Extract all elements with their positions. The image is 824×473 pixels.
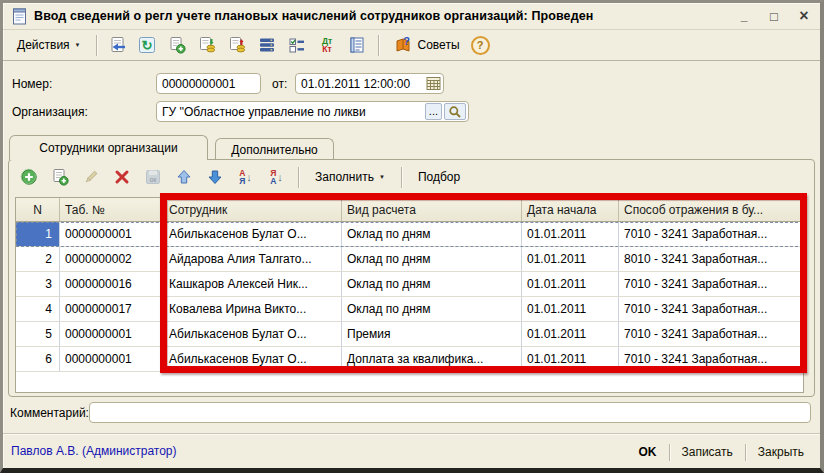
highlight-annotation xyxy=(160,193,807,373)
refresh-icon[interactable]: ↻ xyxy=(134,33,161,58)
toolbar-separator xyxy=(401,167,402,188)
sort-descending-icon[interactable]: Я А ↓ xyxy=(263,165,290,190)
pick-button[interactable]: Подбор xyxy=(410,166,468,188)
tab-additional[interactable]: Дополнительно xyxy=(215,138,334,160)
tab-additional-label: Дополнительно xyxy=(231,143,317,157)
svg-text:ок: ок xyxy=(149,176,157,183)
maximize-icon[interactable]: □ xyxy=(767,9,781,24)
toolbar-separator xyxy=(378,35,379,56)
table-cell[interactable]: 1 xyxy=(16,222,60,247)
table-cell[interactable]: 3 xyxy=(16,272,60,297)
copy-new-document-icon[interactable] xyxy=(164,33,191,58)
table-cell[interactable]: 5 xyxy=(16,322,60,347)
sort-letter-bottom: Я xyxy=(239,177,245,186)
sort-arrow: ↓ xyxy=(246,172,252,183)
org-search-icon[interactable] xyxy=(444,103,466,120)
settings-checkbox-icon[interactable] xyxy=(284,33,311,58)
move-down-icon[interactable] xyxy=(201,165,228,190)
date-value: 01.01.2011 12:00:00 xyxy=(301,77,426,91)
svg-text:?: ? xyxy=(403,36,410,47)
date-from-label: от: xyxy=(272,77,287,91)
fill-label: Заполнить xyxy=(315,170,374,184)
table-toolbar: ок А Я ↓ Я xyxy=(15,163,468,191)
delete-row-icon[interactable] xyxy=(108,165,135,190)
chevron-down-icon: ▼ xyxy=(379,174,385,180)
tips-label: Советы xyxy=(418,38,460,52)
tab-employees-label: Сотрудники организации xyxy=(39,141,177,155)
organization-label: Организация: xyxy=(12,105,88,119)
user-status: Павлов А.В. (Администратор) xyxy=(11,444,177,458)
move-up-icon[interactable] xyxy=(170,165,197,190)
number-label: Номер: xyxy=(12,77,52,91)
ok-button[interactable]: OK xyxy=(629,442,667,462)
sort-letter-bottom: А xyxy=(270,177,276,186)
footer-separator xyxy=(669,444,670,461)
window: Ввод сведений о регл учете плановых начи… xyxy=(0,0,824,473)
copy-row-icon[interactable] xyxy=(46,165,73,190)
pick-label: Подбор xyxy=(418,170,460,184)
title-bar: Ввод сведений о регл учете плановых начи… xyxy=(3,3,820,29)
footer-buttons: OK Записать Закрыть xyxy=(629,440,815,464)
help-icon[interactable]: ? xyxy=(471,36,490,55)
table-cell[interactable]: 0000000001 xyxy=(60,322,164,347)
column-header: Таб. № xyxy=(60,198,164,221)
window-title: Ввод сведений о регл учете плановых начи… xyxy=(34,9,593,23)
sort-arrow: ↓ xyxy=(277,172,283,183)
chevron-down-icon: ▼ xyxy=(75,42,81,48)
table-cell[interactable]: 2 xyxy=(16,247,60,272)
document-structure-icon[interactable] xyxy=(254,33,281,58)
org-ellipsis-button[interactable]: ... xyxy=(425,103,442,120)
toolbar-separator xyxy=(298,167,299,188)
close-button[interactable]: Закрыть xyxy=(748,442,814,462)
toolbar-separator xyxy=(96,35,97,56)
table-cell[interactable]: 0000000001 xyxy=(60,347,164,372)
dt-kt-postings-icon[interactable]: Дт Кт xyxy=(314,33,341,58)
tips-button[interactable]: ? Советы xyxy=(386,32,468,58)
column-header: N xyxy=(16,198,60,221)
number-input[interactable]: 00000000001 xyxy=(156,73,261,94)
comment-input[interactable] xyxy=(89,402,811,423)
tab-employees[interactable]: Сотрудники организации xyxy=(9,135,208,160)
add-row-icon[interactable] xyxy=(15,165,42,190)
date-input[interactable]: 01.01.2011 12:00:00 xyxy=(295,73,444,94)
calendar-icon[interactable] xyxy=(426,76,441,91)
main-toolbar: Действия ▼ ↻ xyxy=(3,29,820,61)
kt-label: Кт xyxy=(322,45,331,54)
write-button[interactable]: Записать xyxy=(672,442,743,462)
table-cell[interactable]: 0000000016 xyxy=(60,272,164,297)
footer-divider xyxy=(3,433,820,434)
organization-input[interactable]: ГУ ''Областное управление по ликви ... xyxy=(156,101,469,122)
fill-button[interactable]: Заполнить ▼ xyxy=(307,166,393,188)
table-cell[interactable]: 4 xyxy=(16,297,60,322)
table-cell[interactable]: 0000000001 xyxy=(60,222,164,247)
close-icon[interactable]: × xyxy=(797,11,811,21)
post-document-icon[interactable] xyxy=(194,33,221,58)
table-cell[interactable]: 0000000017 xyxy=(60,297,164,322)
organization-value: ГУ ''Областное управление по ликви xyxy=(162,105,423,119)
end-edit-icon[interactable]: ок xyxy=(139,165,166,190)
edit-row-icon[interactable] xyxy=(77,165,104,190)
table-cell[interactable]: 6 xyxy=(16,347,60,372)
actions-label: Действия xyxy=(17,38,70,52)
tips-book-icon: ? xyxy=(394,36,413,54)
comment-label: Комментарий: xyxy=(10,406,89,420)
window-controls: _ □ × xyxy=(737,9,811,24)
unpost-document-icon[interactable] xyxy=(224,33,251,58)
minimize-icon[interactable]: _ xyxy=(737,9,751,23)
table-cell[interactable]: 0000000002 xyxy=(60,247,164,272)
sort-ascending-icon[interactable]: А Я ↓ xyxy=(232,165,259,190)
refresh-glyph: ↻ xyxy=(142,38,153,53)
footer-separator xyxy=(745,444,746,461)
register-records-icon[interactable] xyxy=(344,33,371,58)
actions-button[interactable]: Действия ▼ xyxy=(9,34,89,56)
document-icon xyxy=(12,8,27,25)
write-document-icon[interactable] xyxy=(104,33,131,58)
